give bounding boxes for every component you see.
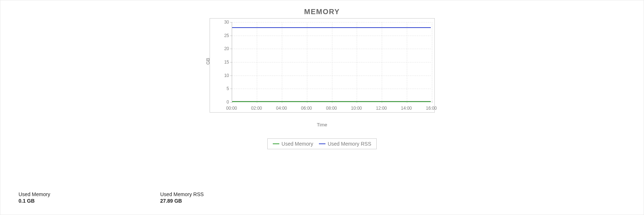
legend-swatch-icon bbox=[273, 143, 279, 144]
y-tick-label: 5 bbox=[213, 86, 229, 91]
legend-item[interactable]: Used Memory RSS bbox=[319, 141, 371, 147]
gridline-v bbox=[382, 22, 382, 101]
gridline-v bbox=[407, 22, 407, 101]
chart-container: GB 05101520253000:0002:0004:0006:0008:00… bbox=[210, 18, 435, 149]
series-line bbox=[232, 27, 431, 28]
stat-value: 0.1 GB bbox=[19, 198, 160, 204]
chart-title: MEMORY bbox=[4, 8, 640, 16]
gridline-v bbox=[257, 22, 257, 101]
y-tick-label: 0 bbox=[213, 100, 229, 105]
gridline-h bbox=[232, 36, 431, 36]
x-tick-label: 10:00 bbox=[351, 106, 362, 111]
stats-row: Used Memory0.1 GBUsed Memory RSS27.89 GB bbox=[19, 191, 625, 204]
x-tick-label: 12:00 bbox=[376, 106, 387, 111]
stat-value: 27.89 GB bbox=[160, 198, 302, 204]
series-line bbox=[232, 101, 431, 102]
x-tick-label: 08:00 bbox=[326, 106, 337, 111]
y-tick-label: 15 bbox=[213, 60, 229, 65]
y-tick-label: 30 bbox=[213, 20, 229, 25]
stat-label: Used Memory RSS bbox=[160, 191, 302, 197]
gridline-v bbox=[332, 22, 332, 101]
legend-label: Used Memory bbox=[282, 141, 313, 147]
x-tick-label: 00:00 bbox=[226, 106, 237, 111]
legend-label: Used Memory RSS bbox=[328, 141, 371, 147]
y-axis-label: GB bbox=[205, 58, 210, 65]
stat-block: Used Memory0.1 GB bbox=[19, 191, 160, 204]
chart-legend: Used MemoryUsed Memory RSS bbox=[267, 138, 377, 149]
gridline-v bbox=[432, 22, 432, 101]
x-tick-label: 06:00 bbox=[301, 106, 312, 111]
y-tick-label: 20 bbox=[213, 46, 229, 51]
x-axis-label: Time bbox=[210, 122, 435, 127]
x-tick-label: 04:00 bbox=[276, 106, 287, 111]
y-tick-label: 10 bbox=[213, 73, 229, 78]
gridline-h bbox=[232, 22, 431, 23]
memory-panel: MEMORY GB 05101520253000:0002:0004:0006:… bbox=[0, 0, 644, 215]
legend-swatch-icon bbox=[319, 143, 325, 144]
gridline-v bbox=[282, 22, 282, 101]
plot-box[interactable]: GB 05101520253000:0002:0004:0006:0008:00… bbox=[210, 18, 435, 113]
x-tick-label: 14:00 bbox=[401, 106, 412, 111]
gridline-v bbox=[307, 22, 307, 101]
plot-area bbox=[232, 22, 431, 101]
gridline-v bbox=[357, 22, 357, 101]
gridline-h bbox=[232, 89, 431, 89]
gridline-h bbox=[232, 76, 431, 76]
x-tick-label: 16:00 bbox=[426, 106, 437, 111]
stat-label: Used Memory bbox=[19, 191, 160, 197]
gridline-h bbox=[232, 62, 431, 62]
y-tick-label: 25 bbox=[213, 33, 229, 38]
stat-block: Used Memory RSS27.89 GB bbox=[160, 191, 302, 204]
gridline-h bbox=[232, 49, 431, 49]
x-tick-label: 02:00 bbox=[251, 106, 262, 111]
legend-item[interactable]: Used Memory bbox=[273, 141, 313, 147]
